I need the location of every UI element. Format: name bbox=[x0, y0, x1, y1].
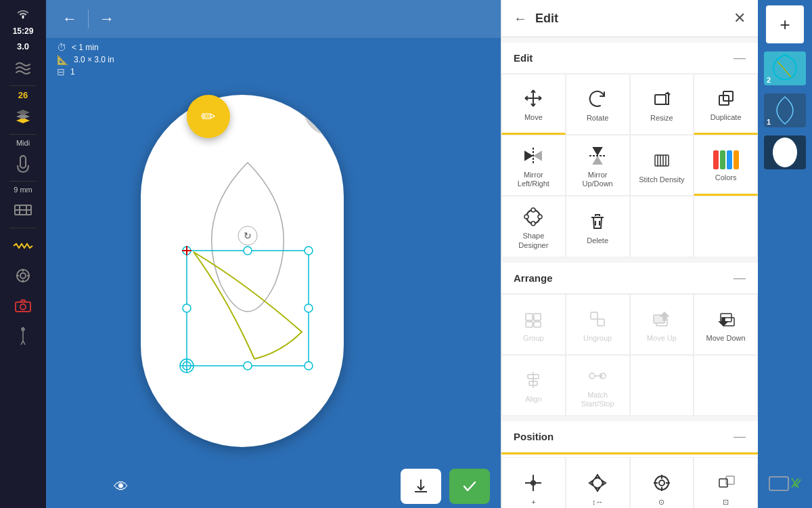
position-center-label: ⊙ bbox=[658, 498, 664, 507]
position-section-title: Position bbox=[514, 431, 554, 442]
arrange-section: Arrange — Group Ungroup bbox=[501, 263, 758, 416]
layer-num-1: 1 bbox=[767, 118, 771, 126]
layer-item-0[interactable] bbox=[764, 135, 806, 169]
edit-grid-row1: Move Rotate Resize bbox=[501, 74, 758, 135]
position-crosshair-button[interactable]: + bbox=[501, 457, 566, 508]
panel-header: ← Edit ✕ bbox=[501, 0, 758, 37]
edit-panel: ← Edit ✕ Edit — Move Rotate bbox=[501, 0, 758, 508]
svg-point-19 bbox=[304, 362, 313, 370]
edit-section-header: Edit — bbox=[501, 43, 758, 74]
group-button[interactable]: Group bbox=[501, 294, 566, 355]
stitch-value: 3.0 bbox=[17, 41, 29, 51]
download-button[interactable] bbox=[401, 469, 441, 504]
svg-rect-77 bbox=[769, 477, 788, 490]
move-down-button[interactable]: Move Down bbox=[694, 294, 758, 355]
camera-icon[interactable] bbox=[7, 292, 39, 319]
svg-point-46 bbox=[524, 215, 528, 219]
clock-icon: ⏱ bbox=[57, 42, 66, 53]
stitch-density-label: Stitch Density bbox=[639, 175, 684, 184]
resize-label: Resize bbox=[650, 114, 673, 123]
colors-button[interactable]: Colors bbox=[694, 135, 758, 196]
layer-view-toggle[interactable] bbox=[768, 473, 802, 493]
arrange-section-collapse[interactable]: — bbox=[734, 271, 746, 285]
confirm-button[interactable] bbox=[449, 469, 490, 504]
svg-rect-1 bbox=[20, 156, 26, 168]
svg-point-20 bbox=[244, 247, 252, 255]
panel-back-button[interactable]: ← bbox=[514, 11, 527, 26]
stitch-pattern-icon[interactable] bbox=[7, 232, 39, 259]
position-arrows-button[interactable]: ↕↔ bbox=[566, 457, 630, 508]
move-down-label: Move Down bbox=[706, 334, 746, 343]
move-label: Move bbox=[524, 113, 543, 122]
shape-designer-button[interactable]: Shape Designer bbox=[501, 196, 566, 257]
duplicate-button[interactable]: Duplicate bbox=[694, 74, 758, 135]
arrange-grid-row1: Group Ungroup Move Up bbox=[501, 294, 758, 355]
design-svg: ↻ bbox=[146, 135, 349, 406]
svg-point-7 bbox=[20, 273, 26, 278]
layer-checkbox-area bbox=[768, 473, 802, 503]
right-layers-panel: + 2 1 bbox=[758, 0, 812, 508]
svg-point-21 bbox=[244, 362, 252, 370]
stitch-density-button[interactable]: Stitch Density bbox=[630, 135, 694, 196]
needle-icon[interactable] bbox=[7, 322, 39, 349]
midi-icon[interactable] bbox=[7, 150, 39, 177]
svg-point-43 bbox=[531, 208, 535, 212]
match-start-stop-label: Match Start/Stop bbox=[572, 391, 624, 408]
layer-item-2[interactable]: 2 bbox=[764, 51, 806, 85]
left-sidebar: 15:29 3.0 26 Midi 9 mm bbox=[0, 0, 46, 508]
add-layer-button[interactable]: + bbox=[766, 5, 804, 43]
svg-point-0 bbox=[22, 17, 24, 19]
main-canvas-area: ← → ⏱ < 1 min 📐 3.0 × 3.0 in ⊟ 1 bbox=[46, 0, 501, 508]
layers-icon[interactable] bbox=[7, 103, 39, 130]
visibility-button[interactable]: 👁 bbox=[114, 478, 129, 496]
stitch-icon[interactable] bbox=[7, 54, 39, 81]
rotate-button[interactable]: Rotate bbox=[566, 74, 630, 135]
position-center-button[interactable]: ⊙ bbox=[630, 457, 694, 508]
back-button[interactable]: ← bbox=[57, 7, 83, 30]
edit-grid-row3: Shape Designer Delete bbox=[501, 196, 758, 257]
colors-icon bbox=[713, 150, 739, 169]
toolbar-divider bbox=[88, 9, 89, 28]
position-grid-row1: + ↕↔ ⊙ bbox=[501, 452, 758, 508]
layer-item-1[interactable]: 1 bbox=[764, 93, 806, 127]
svg-rect-37 bbox=[655, 155, 669, 166]
svg-point-13 bbox=[20, 304, 26, 310]
delete-button[interactable]: Delete bbox=[566, 196, 630, 257]
ungroup-label: Ungroup bbox=[583, 334, 612, 343]
edit-grid-row2: Mirror Left/Right Mirror Up/Down bbox=[501, 135, 758, 196]
svg-point-17 bbox=[304, 247, 313, 255]
forward-button[interactable]: → bbox=[94, 7, 120, 30]
edit-section-collapse[interactable]: — bbox=[734, 51, 746, 65]
delete-label: Delete bbox=[587, 236, 608, 245]
divider-3 bbox=[9, 181, 37, 182]
svg-point-45 bbox=[531, 221, 535, 226]
edit-fab-button[interactable]: ✏ bbox=[187, 95, 230, 138]
ungroup-button[interactable]: Ungroup bbox=[566, 294, 630, 355]
mirror-lr-label: Mirror Left/Right bbox=[508, 171, 560, 188]
move-button[interactable]: Move bbox=[501, 74, 566, 135]
move-up-button[interactable]: Move Up bbox=[630, 294, 694, 355]
svg-rect-50 bbox=[526, 314, 533, 320]
layer-info: ⊟ 1 bbox=[57, 66, 490, 77]
resize-button[interactable]: Resize bbox=[630, 74, 694, 135]
layer-count: 26 bbox=[18, 90, 28, 100]
mirror-lr-button[interactable]: Mirror Left/Right bbox=[501, 135, 566, 196]
position-section-collapse[interactable]: — bbox=[734, 429, 746, 444]
match-start-stop-button[interactable]: Match Start/Stop bbox=[566, 355, 630, 416]
align-button[interactable]: Align bbox=[501, 355, 566, 416]
clock-display: 15:29 bbox=[13, 26, 34, 36]
svg-rect-54 bbox=[591, 312, 597, 319]
frame-icon[interactable] bbox=[7, 196, 39, 224]
mirror-ud-button[interactable]: Mirror Up/Down bbox=[566, 135, 630, 196]
svg-line-32 bbox=[667, 92, 670, 95]
rotate-label: Rotate bbox=[587, 114, 608, 123]
position-transform-button[interactable]: ⊡ bbox=[694, 457, 758, 508]
panel-close-button[interactable]: ✕ bbox=[734, 9, 746, 27]
ruler-icon: 📐 bbox=[57, 54, 68, 65]
align-label: Align bbox=[525, 395, 541, 404]
svg-text:↻: ↻ bbox=[244, 230, 252, 241]
layer-num-2: 2 bbox=[767, 76, 771, 84]
target-icon[interactable] bbox=[7, 262, 39, 289]
svg-point-63 bbox=[589, 373, 595, 379]
divider-4 bbox=[9, 228, 37, 228]
